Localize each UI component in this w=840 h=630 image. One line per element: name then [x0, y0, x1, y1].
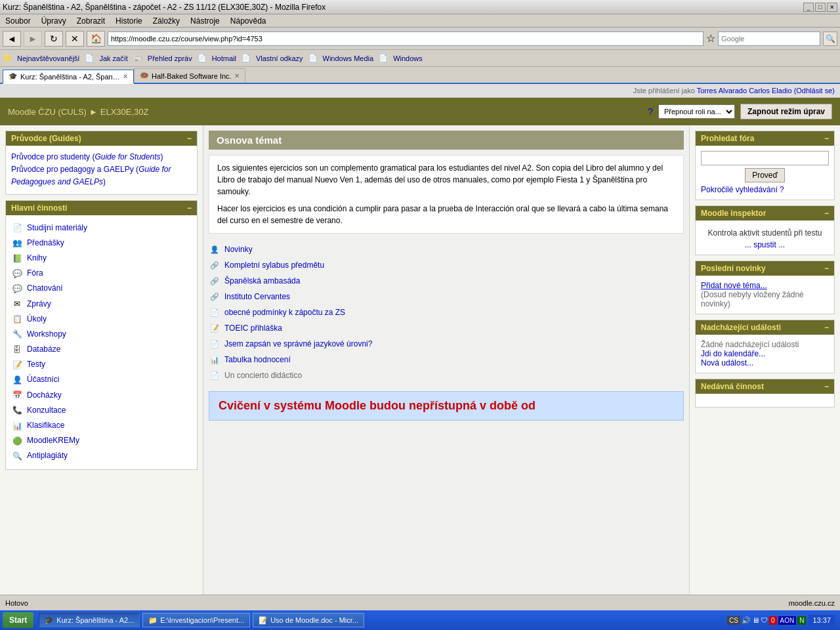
- course-description: Los siguientes ejercicios son un complem…: [209, 155, 684, 234]
- activity-link-klasifikace[interactable]: Klasifikace: [27, 419, 64, 432]
- start-button[interactable]: Start: [3, 612, 33, 628]
- activity-link-testy[interactable]: Testy: [27, 358, 45, 371]
- login-user-link[interactable]: Torres Alvarado Carlos Eladio: [697, 87, 792, 94]
- activity-icon-knihy: 📗: [11, 253, 23, 264]
- activity-link-ukoly[interactable]: Úkoly: [27, 313, 47, 326]
- right-sidebar: Prohledat fóra − Proveď Pokročilé vyhled…: [689, 125, 840, 595]
- search-input[interactable]: [718, 32, 820, 46]
- activity-link-workshopy[interactable]: Workshopy: [27, 328, 66, 341]
- tab-1[interactable]: 🍩 Half-Baked Software Inc. ✕: [134, 68, 245, 83]
- bookmark-vlastni-odkazy[interactable]: Vlastní odkazy: [256, 54, 303, 62]
- inspector-text: Kontrola aktivit studentů při testu: [701, 226, 829, 240]
- guide-students-link[interactable]: Průvodce pro studenty (Guide for Student…: [11, 151, 192, 163]
- link-zapsan[interactable]: Jsem zapsán ve správné jazykové úrovni?: [224, 339, 372, 348]
- activities-block-header: Hlavní činnosti −: [6, 201, 197, 215]
- course-link-toeic: 📝 TOEIC přihláška: [209, 320, 684, 336]
- forum-search-input[interactable]: [701, 151, 829, 165]
- link-sylabus[interactable]: Kompletní sylabus předmětu: [224, 261, 324, 270]
- activity-link-studijni[interactable]: Studijní materiály: [27, 222, 87, 234]
- stop-button[interactable]: ✕: [66, 31, 84, 47]
- forum-search-btn[interactable]: Proveď: [745, 168, 785, 182]
- maximize-btn[interactable]: □: [815, 3, 826, 12]
- add-topic-link[interactable]: Přidat nové téma...: [701, 281, 767, 290]
- inspector-block-header: Moodle inspektor −: [696, 206, 834, 220]
- moodle-login-bar: Jste přihlášení jako Torres Alvarado Car…: [0, 84, 840, 98]
- taskbar-label-0: Kurz: Španělština - A2...: [56, 616, 134, 624]
- search-go-btn[interactable]: 🔍: [823, 32, 837, 46]
- menu-zobrazit[interactable]: Zobrazit: [74, 16, 108, 26]
- logout-link[interactable]: (Odhlásit se): [794, 87, 835, 94]
- browser-window: Kurz: Španělština - A2, Španělština - zá…: [0, 0, 840, 610]
- activity-link-fora[interactable]: Fóra: [27, 267, 43, 280]
- advanced-search-link[interactable]: Pokročilé vyhledávání ?: [701, 185, 784, 194]
- activity-link-prednasky[interactable]: Přednášky: [27, 237, 64, 249]
- taskbar-item-2[interactable]: 📝 Uso de Moodle.doc - Micr...: [253, 613, 364, 627]
- inspector-run-link[interactable]: ... spustit ...: [745, 240, 785, 249]
- activity-link-databaze[interactable]: Databáze: [27, 343, 60, 356]
- bookmark-nejnavstevovanejsi[interactable]: Nejnavštěvovanější: [17, 54, 79, 62]
- recent-block-title: Nedávná činnost: [701, 382, 764, 391]
- guide-pedagogues-link[interactable]: Průvodce pro pedagogy a GAELPy (Guide fo…: [11, 163, 192, 188]
- breadcrumb-sep: ►: [89, 107, 98, 117]
- bookmark-windows[interactable]: Windows: [393, 54, 423, 62]
- link-icon-podminky: 📄: [209, 306, 220, 318]
- link-tabulka[interactable]: Tabulka hodnocení: [224, 355, 291, 364]
- link-cervantes[interactable]: Instituto Cervantes: [224, 292, 290, 301]
- calendar-link[interactable]: Jdi do kalendáře...: [701, 349, 829, 358]
- activity-link-moodlekremy[interactable]: MoodleKREMy: [27, 434, 79, 447]
- bookmark-hotmail[interactable]: Hotmail: [212, 54, 236, 62]
- help-icon[interactable]: ?: [648, 106, 653, 117]
- window-controls: _ □ ✕: [803, 3, 837, 12]
- activity-link-ucastnici[interactable]: Účastníci: [27, 373, 59, 386]
- close-btn[interactable]: ✕: [827, 3, 837, 12]
- home-button[interactable]: 🏠: [87, 31, 105, 47]
- recent-block-toggle[interactable]: −: [824, 382, 829, 391]
- link-ambasada[interactable]: Španělská ambasáda: [224, 276, 300, 285]
- activities-block-toggle[interactable]: −: [187, 203, 192, 213]
- activity-link-dochazky[interactable]: Docházky: [27, 389, 62, 402]
- bookmark-windows-media[interactable]: Windows Media: [323, 54, 374, 62]
- edit-mode-button[interactable]: Zapnout režim úprav: [740, 104, 832, 119]
- tab-close-0[interactable]: ✕: [123, 73, 128, 80]
- taskbar-item-1[interactable]: 📁 E:\Investigacion\Present...: [142, 613, 250, 627]
- bookmark-prehled-zprav[interactable]: Přehled zpráv: [148, 54, 192, 62]
- forward-button[interactable]: ►: [24, 31, 42, 47]
- link-novinky[interactable]: Novinky: [224, 245, 253, 254]
- menu-upravy[interactable]: Úpravy: [39, 16, 69, 26]
- events-block-toggle[interactable]: −: [824, 323, 829, 332]
- section-title: Osnova témat: [217, 135, 282, 146]
- reload-button[interactable]: ↻: [45, 31, 63, 47]
- main-layout: Průvodce (Guides) − Průvodce pro student…: [0, 125, 840, 595]
- tab-close-1[interactable]: ✕: [234, 72, 240, 79]
- activity-link-zpravy[interactable]: Zprávy: [27, 298, 51, 310]
- role-select[interactable]: Přepnout roli na...: [658, 104, 735, 119]
- menu-nastroje[interactable]: Nástroje: [188, 16, 222, 26]
- news-block-toggle[interactable]: −: [824, 264, 829, 273]
- activity-link-antiplagiaty[interactable]: Antiplagiáty: [27, 450, 68, 462]
- menu-historie[interactable]: Historie: [113, 16, 145, 26]
- inspector-block-toggle[interactable]: −: [824, 209, 829, 218]
- search-block-toggle[interactable]: −: [824, 134, 829, 143]
- activity-link-chatovani[interactable]: Chatování: [27, 282, 63, 295]
- menu-napoveda[interactable]: Nápověda: [228, 16, 269, 26]
- inspector-block-title: Moodle inspektor: [701, 209, 766, 218]
- breadcrumb-home[interactable]: Moodle ČZU (CULS): [8, 107, 87, 117]
- back-button[interactable]: ◄: [3, 31, 21, 47]
- systray-icon-speaker: 🔊: [742, 616, 751, 625]
- link-podminky[interactable]: obecné podmínky k zápočtu za ZS: [224, 308, 345, 317]
- menu-zalozky[interactable]: Záložky: [150, 16, 182, 26]
- nav-right: ? Přepnout roli na... Zapnout režim úpra…: [648, 104, 832, 119]
- taskbar-item-0[interactable]: 🎓 Kurz: Španělština - A2...: [39, 613, 140, 627]
- link-toeic[interactable]: TOEIC přihláška: [224, 324, 282, 333]
- address-input[interactable]: [108, 32, 704, 46]
- minimize-btn[interactable]: _: [803, 3, 814, 12]
- guides-block-toggle[interactable]: −: [187, 134, 192, 143]
- activity-link-konzultace[interactable]: Konzultace: [27, 404, 66, 417]
- bookmark-jak-zacit[interactable]: Jak začít: [99, 54, 127, 62]
- menu-soubor[interactable]: Soubor: [3, 16, 33, 26]
- activity-link-knihy[interactable]: Knihy: [27, 252, 47, 264]
- activity-icon-databaze: 🗄: [11, 344, 23, 356]
- tab-0[interactable]: 🎓 Kurz: Španělština - A2, Španělšti... ✕: [3, 70, 134, 84]
- course-link-podmínky: 📄 obecné podmínky k zápočtu za ZS: [209, 304, 684, 320]
- new-event-link[interactable]: Nová událost...: [701, 358, 829, 368]
